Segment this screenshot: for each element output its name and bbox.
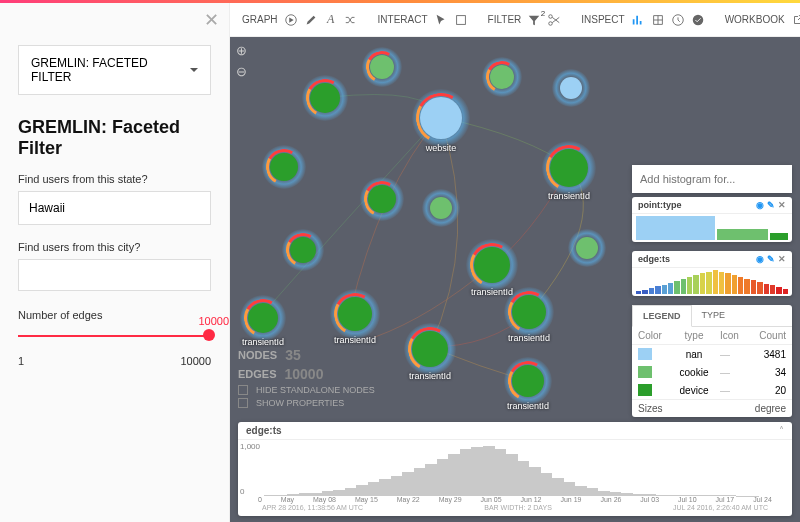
graph-node[interactable] <box>370 55 394 79</box>
y-tick: 0 <box>240 487 244 496</box>
slider-max-label: 10000 <box>180 355 211 367</box>
graph-node[interactable] <box>290 237 316 263</box>
toolbar: GRAPH A INTERACT FILTER 2 INSPECT <box>230 3 800 37</box>
edges-slider[interactable]: 10000 <box>18 327 211 345</box>
mini-hist-point-type[interactable]: point:type ◉✎✕ <box>632 197 792 242</box>
svg-point-5 <box>692 14 703 25</box>
toolbar-filter-label: FILTER <box>488 14 522 25</box>
graph-node[interactable] <box>490 65 514 89</box>
chevron-down-icon <box>190 68 198 76</box>
hist-bar-width: BAR WIDTH: 2 DAYS <box>484 504 552 511</box>
graph-node[interactable] <box>270 153 298 181</box>
toolbar-interact-label: INTERACT <box>378 14 428 25</box>
hide-standalone-toggle[interactable]: HIDE STANDALONE NODES <box>238 385 375 395</box>
hist-range-start: APR 28 2016, 11:38:56 AM UTC <box>262 504 363 511</box>
state-label: Find users from this state? <box>18 173 211 185</box>
collapse-icon[interactable]: ˄ <box>779 425 784 436</box>
graph-stats: NODES35 EDGES10000 HIDE STANDALONE NODES… <box>238 347 375 411</box>
legend-panel: LEGEND TYPE ColortypeIconCount nan—3481c… <box>632 305 792 417</box>
template-selector[interactable]: GREMLIN: FACETED FILTER <box>18 45 211 95</box>
graph-node[interactable]: website <box>420 97 462 139</box>
shuffle-icon[interactable] <box>344 13 358 27</box>
eye-icon[interactable]: ◉ <box>756 200 764 210</box>
histogram-panel: edge:ts ˄ 1,000 0 0MayMay 08May 15May 22… <box>238 422 792 516</box>
play-icon[interactable] <box>284 13 298 27</box>
grid-icon[interactable] <box>651 13 665 27</box>
histogram-add-panel <box>632 165 792 193</box>
page-title: GREMLIN: Faceted Filter <box>18 117 211 159</box>
funnel-icon[interactable]: 2 <box>527 13 541 27</box>
mini-hist-edge-ts[interactable]: edge:ts ◉✎✕ <box>632 251 792 296</box>
graph-node[interactable]: transientId <box>248 303 278 333</box>
clock-icon[interactable] <box>671 13 685 27</box>
close-icon[interactable]: ✕ <box>778 200 786 210</box>
main-area: GRAPH A INTERACT FILTER 2 INSPECT <box>230 3 800 522</box>
graph-node[interactable] <box>430 197 452 219</box>
show-properties-toggle[interactable]: SHOW PROPERTIES <box>238 398 375 408</box>
graph-node[interactable]: transientId <box>512 295 546 329</box>
text-icon[interactable]: A <box>324 13 338 27</box>
check-circle-icon[interactable] <box>691 13 705 27</box>
slider-thumb[interactable] <box>203 329 215 341</box>
svg-point-2 <box>549 14 553 18</box>
graph-node[interactable]: transientId <box>512 365 544 397</box>
sidebar-panel: ✕ GREMLIN: FACETED FILTER GREMLIN: Facet… <box>0 3 230 522</box>
graph-node[interactable] <box>310 83 340 113</box>
mini-hist-title: edge:ts <box>638 254 670 264</box>
mini-hist-title: point:type <box>638 200 682 210</box>
legend-row[interactable]: device—20 <box>632 381 792 399</box>
graph-node[interactable] <box>576 237 598 259</box>
legend-row[interactable]: cookie—34 <box>632 363 792 381</box>
slider-min: 1 <box>18 355 24 367</box>
graph-node[interactable] <box>368 185 396 213</box>
histogram-title: edge:ts <box>246 425 282 436</box>
toolbar-graph-label: GRAPH <box>242 14 278 25</box>
graph-canvas[interactable]: ⊕ ⊖ website transientId transientId tran… <box>230 37 800 522</box>
close-icon[interactable]: ✕ <box>204 9 219 31</box>
close-icon[interactable]: ✕ <box>778 254 786 264</box>
legend-row[interactable]: nan—3481 <box>632 345 792 363</box>
graph-node[interactable]: transientId <box>550 149 588 187</box>
y-tick: 1,000 <box>240 442 260 451</box>
tab-type[interactable]: TYPE <box>692 305 736 326</box>
tab-legend[interactable]: LEGEND <box>632 305 692 327</box>
cursor-icon[interactable] <box>434 13 448 27</box>
brush-icon[interactable] <box>304 13 318 27</box>
graph-node[interactable]: transientId <box>338 297 372 331</box>
svg-point-3 <box>549 21 553 25</box>
template-selector-label: GREMLIN: FACETED FILTER <box>31 56 190 84</box>
state-value: Hawaii <box>29 201 65 215</box>
external-link-icon[interactable] <box>791 13 800 27</box>
toolbar-inspect-label: INSPECT <box>581 14 624 25</box>
graph-node[interactable]: transientId <box>474 247 510 283</box>
city-input[interactable] <box>18 259 211 291</box>
scissors-icon[interactable] <box>547 13 561 27</box>
square-icon[interactable] <box>454 13 468 27</box>
hist-range-end: JUL 24 2016, 2:26:40 AM UTC <box>673 504 768 511</box>
svg-rect-1 <box>456 15 465 24</box>
eye-icon[interactable]: ◉ <box>756 254 764 264</box>
city-label: Find users from this city? <box>18 241 211 253</box>
slider-value: 10000 <box>198 315 229 327</box>
edit-icon[interactable]: ✎ <box>767 254 775 264</box>
toolbar-workbook-label: WORKBOOK <box>725 14 785 25</box>
edit-icon[interactable]: ✎ <box>767 200 775 210</box>
edges-label: Number of edges <box>18 309 211 321</box>
histogram-search-input[interactable] <box>632 165 792 193</box>
barchart-icon[interactable] <box>631 13 645 27</box>
state-dropdown[interactable]: Hawaii <box>18 191 211 225</box>
graph-node[interactable]: transientId <box>412 331 448 367</box>
graph-node[interactable] <box>560 77 582 99</box>
